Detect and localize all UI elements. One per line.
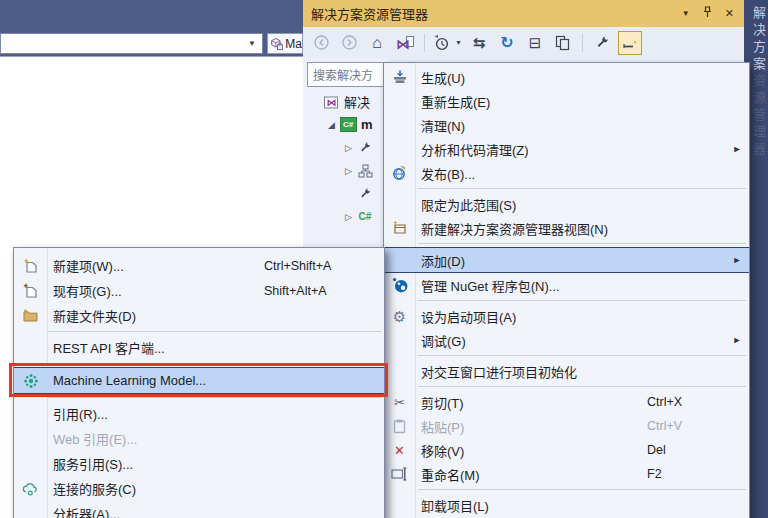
- menu-item-icon: [384, 69, 415, 85]
- dependencies-icon: [358, 164, 373, 178]
- pin-icon: [702, 6, 713, 18]
- menu-item-icon: [14, 482, 47, 496]
- new-item-icon: [23, 258, 39, 274]
- menu-item-new-solution-explorer-view[interactable]: 新建解决方案资源管理器视图(N): [384, 216, 749, 240]
- expander-collapsed-icon[interactable]: ▷: [341, 166, 356, 176]
- menu-item-unload-project[interactable]: 卸载项目(L): [384, 493, 749, 517]
- package-target-button[interactable]: Ma: [267, 33, 303, 54]
- toolbar-switch-views-button[interactable]: ⋈: [393, 31, 417, 55]
- menu-item-service-reference[interactable]: 服务引用(S)...: [14, 451, 384, 476]
- menu-separator: [418, 300, 746, 301]
- menu-item-clean[interactable]: 清理(N): [384, 113, 749, 137]
- menu-item-label: 限定为此范围(S): [415, 195, 647, 214]
- toolbar-properties-button[interactable]: [590, 31, 614, 55]
- menu-item-initialize-project-in-interactive-window[interactable]: 对交互窗口进行项目初始化: [384, 359, 749, 383]
- menu-separator: [418, 386, 746, 387]
- menu-item-icon: [384, 418, 415, 434]
- auto-hide-pin-button[interactable]: [702, 6, 713, 21]
- menu-item-new-item[interactable]: 新建项(W)...Ctrl+Shift+A: [14, 253, 384, 278]
- scissors-icon: ✂: [394, 396, 405, 409]
- menu-item-rest-api-client[interactable]: REST API 客户端...: [14, 335, 384, 360]
- menu-item-reference[interactable]: 引用(R)...: [14, 401, 384, 426]
- menu-item-rename[interactable]: 重命名(M)F2: [384, 462, 749, 486]
- solution-explorer-toolbar: ⌂⋈▼⇆↻⊟: [303, 27, 744, 58]
- toolbar-refresh-button[interactable]: ↻: [495, 31, 519, 55]
- menu-item-existing-item[interactable]: 现有项(G)...Shift+Alt+A: [14, 278, 384, 303]
- menu-item-icon: ✂: [384, 396, 415, 409]
- submenu-arrow-icon: ►: [725, 144, 749, 154]
- menu-item-analyze-code-cleanup[interactable]: 分析和代码清理(Z)►: [384, 137, 749, 161]
- toolbar-show-all-files-button[interactable]: [551, 31, 575, 55]
- add-submenu: 新建项(W)...Ctrl+Shift+A现有项(G)...Shift+Alt+…: [13, 247, 385, 518]
- tree-item-icon: ⋈: [322, 95, 340, 109]
- menu-item-icon: [384, 277, 415, 293]
- menu-item-new-folder[interactable]: 新建文件夹(D): [14, 303, 384, 328]
- svg-text:⋈: ⋈: [327, 97, 337, 108]
- menu-item-label: 粘贴(P): [415, 417, 647, 436]
- menu-item-label: 发布(B)...: [415, 164, 647, 183]
- menu-item-remove[interactable]: ✕移除(V)Del: [384, 438, 749, 462]
- show-all-files-icon: [555, 35, 571, 51]
- menu-item-shortcut: Ctrl+V: [647, 419, 725, 433]
- menu-item-icon: ✕: [384, 444, 415, 457]
- menu-separator: [48, 397, 381, 398]
- menu-item-connected-service[interactable]: 连接的服务(C): [14, 476, 384, 501]
- menu-item-build[interactable]: 生成(U): [384, 65, 749, 89]
- menu-item-label: 现有项(G)...: [47, 281, 264, 300]
- menu-item-label: 卸载项目(L): [415, 496, 647, 515]
- menu-item-shortcut: Ctrl+Shift+A: [264, 259, 374, 273]
- sync-icon: ⇆: [473, 35, 486, 50]
- menu-item-cut[interactable]: ✂剪切(T)Ctrl+X: [384, 390, 749, 414]
- menu-item-shortcut: Del: [647, 443, 725, 457]
- toolbar-preview-selected-items-button[interactable]: [618, 31, 642, 55]
- submenu-arrow-icon: ►: [725, 335, 749, 345]
- menu-item-label: 分析器(A)...: [47, 504, 264, 518]
- cube-lock-icon: [270, 36, 283, 52]
- menu-item-analyzer[interactable]: 分析器(A)...: [14, 501, 384, 518]
- close-button[interactable]: ✕: [725, 7, 734, 20]
- toolbar-home-button[interactable]: ⌂: [365, 31, 389, 55]
- menu-item-label: 新建文件夹(D): [47, 306, 264, 325]
- expander-expanded-icon[interactable]: ◢: [324, 120, 339, 130]
- menu-item-add[interactable]: 添加(D)►: [384, 247, 749, 273]
- menu-item-machine-learning-model[interactable]: Machine Learning Model...: [14, 367, 384, 394]
- csharp-project-icon: C#: [340, 117, 357, 132]
- menu-item-set-as-startup-project[interactable]: ⚙设为启动项目(A): [384, 304, 749, 328]
- tree-item-icon: [356, 141, 374, 155]
- panel-title: 解决方案资源管理器: [311, 4, 428, 23]
- toolbar-forward-button[interactable]: [337, 31, 361, 55]
- toolbar-back-button[interactable]: [309, 31, 333, 55]
- toolbar-collapse-all-button[interactable]: ⊟: [523, 31, 547, 55]
- preview-selected-icon: [622, 36, 638, 50]
- menu-item-publish[interactable]: 发布(B)...: [384, 161, 749, 185]
- back-icon: [313, 34, 330, 51]
- menu-item-manage-nuget-packages[interactable]: 管理 NuGet 程序包(N)...: [384, 273, 749, 297]
- refresh-icon: ↻: [500, 35, 513, 51]
- menu-separator: [48, 363, 381, 364]
- menu-item-icon: ⚙: [384, 309, 415, 324]
- toolbar-combobox[interactable]: ▼: [0, 33, 263, 54]
- menu-separator: [418, 489, 746, 490]
- forward-icon: [341, 34, 358, 51]
- tree-item-icon: [356, 187, 374, 201]
- menu-item-web-reference: Web 引用(E)...: [14, 426, 384, 451]
- menu-separator: [48, 331, 381, 332]
- menu-item-debug[interactable]: 调试(G)►: [384, 328, 749, 352]
- menu-item-label: 移除(V): [415, 441, 647, 460]
- csharp-file-icon: C#: [359, 212, 372, 222]
- menu-item-label: 引用(R)...: [47, 404, 264, 423]
- menu-separator: [418, 243, 746, 244]
- expander-collapsed-icon[interactable]: ▷: [341, 212, 356, 222]
- menu-item-rebuild[interactable]: 重新生成(E): [384, 89, 749, 113]
- menu-item-icon: [14, 308, 47, 323]
- toolbar-sync-with-active-document-button[interactable]: ⇆: [467, 31, 491, 55]
- menu-item-icon: [14, 373, 47, 389]
- menu-item-label: Machine Learning Model...: [47, 373, 264, 388]
- toolbar-pending-changes-filter-button[interactable]: ▼: [432, 31, 463, 55]
- pending-changes-icon: [433, 35, 452, 51]
- expander-collapsed-icon[interactable]: ▷: [341, 143, 356, 153]
- menu-item-scope-to-this[interactable]: 限定为此范围(S): [384, 192, 749, 216]
- menu-item-icon: [384, 220, 415, 236]
- switch-views-icon: ⋈: [396, 35, 415, 51]
- window-position-menu-button[interactable]: ▼: [682, 9, 690, 18]
